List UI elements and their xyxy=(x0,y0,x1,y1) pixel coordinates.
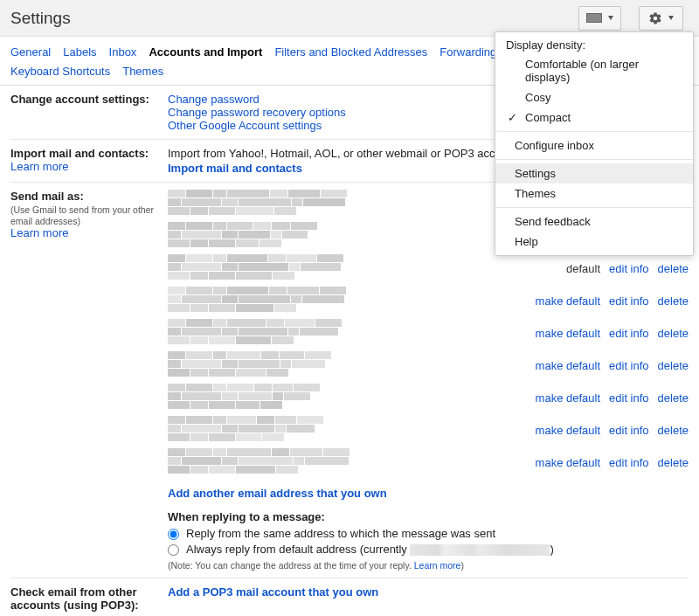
menu-item-themes[interactable]: Themes xyxy=(495,183,693,204)
reply-option-same[interactable]: Reply from the same address to which the… xyxy=(168,526,689,542)
make-default-link[interactable]: make default xyxy=(536,294,600,308)
delete-link[interactable]: delete xyxy=(658,424,689,437)
delete-link[interactable]: delete xyxy=(658,294,689,308)
menu-item-help[interactable]: Help xyxy=(495,232,693,252)
redacted-email xyxy=(168,254,430,286)
learn-more-link[interactable]: Learn more xyxy=(10,160,68,173)
reply-option-same-label: Reply from the same address to which the… xyxy=(186,526,495,542)
learn-more-link[interactable]: Learn more xyxy=(10,226,68,239)
reply-option-default-label: Always reply from default address (curre… xyxy=(186,542,554,557)
account-link[interactable]: Other Google Account settings xyxy=(168,119,322,132)
send-as-hint: (Use Gmail to send from your other email… xyxy=(10,204,159,226)
density-header: Display density: xyxy=(495,32,693,54)
send-as-actions: make defaultedit infodelete xyxy=(527,294,689,308)
default-label: default xyxy=(566,262,600,275)
menu-item-send-feedback[interactable]: Send feedback xyxy=(495,211,693,232)
density-option[interactable]: Comfortable (on larger displays) xyxy=(495,54,693,87)
tab-inbox[interactable]: Inbox xyxy=(109,43,137,62)
section-left: Change account settings: xyxy=(10,93,168,106)
replying-title: When replying to a message: xyxy=(168,510,689,523)
edit-info-link[interactable]: edit info xyxy=(609,327,649,340)
edit-info-link[interactable]: edit info xyxy=(609,456,649,469)
tab-keyboard-shortcuts[interactable]: Keyboard Shortcuts xyxy=(10,62,110,81)
delete-link[interactable]: delete xyxy=(658,456,689,469)
caret-down-icon xyxy=(668,16,674,20)
menu-item-settings[interactable]: Settings xyxy=(495,163,693,183)
edit-info-link[interactable]: edit info xyxy=(609,391,649,405)
redacted-email xyxy=(168,222,430,253)
send-as-actions: make defaultedit infodelete xyxy=(527,424,689,437)
send-as-actions: make defaultedit infodelete xyxy=(527,456,689,469)
tab-themes[interactable]: Themes xyxy=(122,62,163,81)
reply-same-radio[interactable] xyxy=(168,529,179,540)
caret-down-icon xyxy=(608,16,613,20)
delete-link[interactable]: delete xyxy=(658,359,689,372)
redacted-email xyxy=(168,448,430,480)
send-as-title: Send mail as: xyxy=(10,190,159,203)
gear-icon xyxy=(648,11,662,25)
reply-note: (Note: You can change the address at the… xyxy=(168,560,689,571)
section-left: Send mail as: (Use Gmail to send from yo… xyxy=(10,190,168,239)
make-default-link[interactable]: make default xyxy=(536,327,600,340)
settings-gear-button[interactable] xyxy=(639,6,683,31)
send-as-row: make defaultedit infodelete xyxy=(168,416,689,447)
density-option[interactable]: Cosy xyxy=(495,87,693,107)
density-icon xyxy=(586,13,602,23)
make-default-link[interactable]: make default xyxy=(536,456,600,469)
redacted-email xyxy=(168,287,430,318)
replying-block: When replying to a message: Reply from t… xyxy=(168,510,689,570)
check-icon: ✓ xyxy=(508,111,517,124)
delete-link[interactable]: delete xyxy=(658,262,689,275)
send-as-row: defaultedit infodelete xyxy=(168,254,689,286)
send-as-row: make defaultedit infodelete xyxy=(168,319,689,350)
redacted-address xyxy=(410,544,550,556)
send-as-row: make defaultedit infodelete xyxy=(168,287,689,318)
redacted-email xyxy=(168,351,430,383)
send-as-row: make defaultedit infodelete xyxy=(168,384,689,415)
density-option[interactable]: ✓Compact xyxy=(495,107,693,128)
redacted-email xyxy=(168,384,430,415)
send-as-actions: defaultedit infodelete xyxy=(557,262,689,275)
tab-forwarding[interactable]: Forwarding xyxy=(439,43,496,62)
send-as-actions: make defaultedit infodelete xyxy=(527,391,689,405)
edit-info-link[interactable]: edit info xyxy=(609,294,649,308)
density-toggle-button[interactable] xyxy=(578,6,621,31)
reply-default-radio[interactable] xyxy=(168,544,179,556)
tab-labels[interactable]: Labels xyxy=(63,43,96,62)
page-title: Settings xyxy=(10,9,71,28)
make-default-link[interactable]: make default xyxy=(536,391,600,405)
pop3-title-2: accounts (using POP3): xyxy=(10,599,159,612)
edit-info-link[interactable]: edit info xyxy=(609,262,649,275)
send-as-actions: make defaultedit infodelete xyxy=(527,327,689,340)
delete-link[interactable]: delete xyxy=(658,327,689,340)
send-as-row: make defaultedit infodelete xyxy=(168,351,689,383)
edit-info-link[interactable]: edit info xyxy=(609,359,649,372)
account-link[interactable]: Change password xyxy=(168,93,260,106)
make-default-link[interactable]: make default xyxy=(536,359,600,372)
add-pop3-link[interactable]: Add a POP3 mail account that you own xyxy=(168,585,689,599)
learn-more-link[interactable]: Learn more xyxy=(414,560,461,571)
redacted-email xyxy=(168,416,430,447)
tab-filters-and-blocked-addresses[interactable]: Filters and Blocked Addresses xyxy=(274,43,427,62)
edit-info-link[interactable]: edit info xyxy=(609,424,649,437)
tab-general[interactable]: General xyxy=(10,43,51,62)
menu-divider xyxy=(495,207,693,208)
tab-accounts-and-import[interactable]: Accounts and Import xyxy=(149,43,262,62)
redacted-email xyxy=(168,190,430,221)
reply-option-default[interactable]: Always reply from default address (curre… xyxy=(168,542,689,557)
redacted-email xyxy=(168,319,430,350)
gear-dropdown-menu: Display density: Comfortable (on larger … xyxy=(495,31,694,256)
change-account-title: Change account settings: xyxy=(10,93,159,106)
send-as-actions: make defaultedit infodelete xyxy=(527,359,689,372)
import-mail-title: Import mail and contacts: xyxy=(10,147,159,160)
section-right: Add a POP3 mail account that you own xyxy=(168,585,689,599)
delete-link[interactable]: delete xyxy=(658,391,689,405)
send-as-row: make defaultedit infodelete xyxy=(168,448,689,480)
menu-divider xyxy=(495,131,693,132)
add-another-email-link[interactable]: Add another email address that you own xyxy=(168,487,689,500)
make-default-link[interactable]: make default xyxy=(536,424,600,437)
menu-item-configure-inbox[interactable]: Configure inbox xyxy=(495,135,693,156)
pop3-title-1: Check email from other xyxy=(10,585,159,599)
account-link[interactable]: Change password recovery options xyxy=(168,106,346,119)
header-right xyxy=(578,6,689,31)
